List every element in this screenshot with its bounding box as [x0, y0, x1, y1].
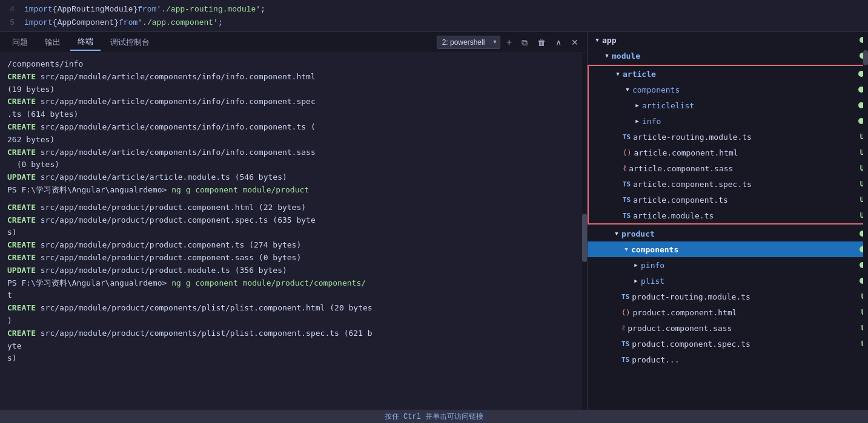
tree-label-pinfo: pinfo [641, 261, 857, 270]
semi2: ; [218, 18, 223, 27]
tree-node-plist[interactable]: ▶ plist [588, 273, 868, 289]
app-container: 4 import { AppRoutingModule } from './ap… [0, 0, 868, 423]
tab-debug-console[interactable]: 调试控制台 [103, 34, 157, 50]
tree-node-module[interactable]: ▼ module [588, 48, 868, 64]
tree-node-product-sass[interactable]: ℓ product.component.sass U [588, 320, 868, 336]
arrow-pinfo-icon: ▶ [631, 260, 641, 270]
semi: ; [260, 5, 265, 14]
tree-node-article[interactable]: ▼ article [589, 66, 867, 82]
term-line-3: CREATE src/app/module/article/components… [7, 96, 580, 108]
tree-label-article-sass: article.component.sass [629, 164, 858, 173]
term-line-8: CREATE src/app/module/product/product.co… [7, 202, 580, 214]
tree-node-article-module[interactable]: TS article.module.ts U [589, 208, 867, 223]
term-line-14: CREATE src/app/module/product/components… [7, 302, 580, 315]
ts-prefix-routing: TS [623, 133, 631, 141]
punctuation4: } [114, 18, 119, 27]
tree-node-info[interactable]: ▶ info [589, 113, 867, 129]
term-line-blank [7, 197, 580, 202]
arrow-articlelist-icon: ▶ [632, 100, 642, 110]
tree-label-product-routing: product-routing.module.ts [632, 292, 859, 301]
tree-node-product-components[interactable]: ▼ components [588, 241, 868, 257]
tree-node-articlelist[interactable]: ▶ articlelist [589, 97, 867, 113]
term-line-1: /components/info [7, 58, 580, 71]
terminal-scrollbar[interactable] [582, 53, 587, 410]
sass-prefix-article: ℓ [623, 163, 626, 173]
punctuation: { [53, 5, 58, 14]
tree-node-article-components[interactable]: ▼ components [589, 82, 867, 97]
term-line-14b: ) [7, 315, 580, 327]
main-layout: 问题 输出 终端 调试控制台 2: powershell ▼ + ⧉ 🗑 ∧ ✕ [0, 32, 868, 410]
term-line-9b: s) [7, 226, 580, 239]
term-line-3b: .ts (614 bytes) [7, 108, 580, 121]
term-line-7: PS F:\学习资料\Angular\angualrdemo> ng g com… [7, 184, 580, 197]
ts-prefix-product-routing: TS [621, 293, 629, 301]
close-panel-button[interactable]: ✕ [568, 35, 582, 50]
term-line-15b: yte [7, 340, 580, 353]
tree-node-app[interactable]: ▼ app [588, 32, 868, 48]
terminal-select-wrapper[interactable]: 2: powershell ▼ [437, 36, 500, 49]
tree-node-product-spec[interactable]: TS product.component.spec.ts U [588, 336, 868, 352]
term-line-5: CREATE src/app/module/article/components… [7, 146, 580, 159]
sidebar-scrollbar[interactable] [863, 32, 868, 410]
term-line-11: CREATE src/app/module/product/product.co… [7, 252, 580, 264]
new-terminal-button[interactable]: + [503, 34, 515, 50]
tab-output[interactable]: 输出 [38, 34, 68, 50]
tree-label-product-components: components [631, 245, 857, 254]
html-prefix-product: ⟨⟩ [621, 308, 630, 316]
arrow-plist-icon: ▶ [631, 276, 641, 286]
arrow-module-icon: ▼ [602, 51, 612, 61]
tab-terminal[interactable]: 终端 [70, 34, 101, 51]
tree-label-article-spec: article.component.spec.ts [633, 180, 858, 189]
tree-label-app: app [602, 36, 857, 45]
tree-node-pinfo[interactable]: ▶ pinfo [588, 257, 868, 273]
arrow-info-icon: ▶ [632, 116, 642, 126]
tree-node-article-ts[interactable]: TS article.component.ts U [589, 192, 867, 208]
tree-node-article-routing[interactable]: TS article-routing.module.ts U [589, 129, 867, 145]
split-terminal-button[interactable]: ⧉ [518, 35, 531, 50]
tree-node-product[interactable]: ▼ product [588, 226, 868, 241]
term-line-15c: s) [7, 352, 580, 365]
term-line-13b: t [7, 289, 580, 302]
arrow-app-icon: ▼ [592, 35, 602, 45]
terminal-panel: 问题 输出 终端 调试控制台 2: powershell ▼ + ⧉ 🗑 ∧ ✕ [0, 32, 588, 410]
keyword-import: import [24, 5, 53, 14]
term-line-9: CREATE src/app/module/product/product.co… [7, 214, 580, 227]
arrow-product-icon: ▼ [612, 229, 621, 238]
html-prefix-article: ⟨⟩ [623, 148, 631, 157]
keyword-from: from [137, 5, 156, 14]
terminal-scrollbar-thumb [582, 214, 587, 262]
keyword-from2: from [119, 18, 137, 27]
tree-node-article-sass[interactable]: ℓ article.component.sass U [589, 160, 867, 176]
term-line-6: UPDATE src/app/module/article/article.mo… [7, 171, 580, 184]
ts-prefix-comp: TS [623, 196, 631, 204]
tree-node-product-routing[interactable]: TS product-routing.module.ts U [588, 289, 868, 304]
kill-terminal-button[interactable]: 🗑 [534, 35, 549, 50]
arrow-article-icon: ▼ [613, 69, 623, 79]
maximize-terminal-button[interactable]: ∧ [552, 35, 565, 50]
class-name: AppRoutingModule [58, 5, 133, 14]
tree-label-article-components: components [632, 85, 856, 94]
arrow-product-comp-icon: ▼ [621, 244, 631, 254]
terminal-content[interactable]: /components/info CREATE src/app/module/a… [0, 53, 587, 410]
tree-node-product-html[interactable]: ⟨⟩ product.component.html U [588, 304, 868, 320]
term-line-4: CREATE src/app/module/article/components… [7, 121, 580, 134]
terminal-select[interactable]: 2: powershell [437, 36, 500, 49]
string-routing: './app-routing.module' [156, 5, 260, 14]
term-line-2: CREATE src/app/module/article/components… [7, 71, 580, 84]
ts-prefix-product-ts: TS [621, 356, 629, 364]
tree-node-article-spec[interactable]: TS article.component.spec.ts U [589, 176, 867, 192]
tree-label-article-routing: article-routing.module.ts [633, 133, 858, 142]
code-line-4: 4 import { AppRoutingModule } from './ap… [0, 2, 868, 16]
keyword-import2: import [24, 18, 53, 27]
tree-label-product-ts: product... [632, 355, 866, 364]
tree-node-article-html[interactable]: ⟨⟩ article.component.html U [589, 145, 867, 160]
editor-area: 4 import { AppRoutingModule } from './ap… [0, 0, 868, 32]
tree-label-article-module: article.module.ts [633, 211, 858, 220]
tree-node-product-ts[interactable]: TS product... [588, 352, 868, 367]
line-number-4: 4 [5, 5, 24, 14]
tree-label-module: module [612, 51, 857, 61]
tab-issues[interactable]: 问题 [5, 34, 35, 50]
tree-label-product: product [621, 229, 857, 238]
file-tree-sidebar: ▼ app ▼ module ▼ article [588, 32, 868, 410]
string-app: './app.component' [137, 18, 218, 27]
